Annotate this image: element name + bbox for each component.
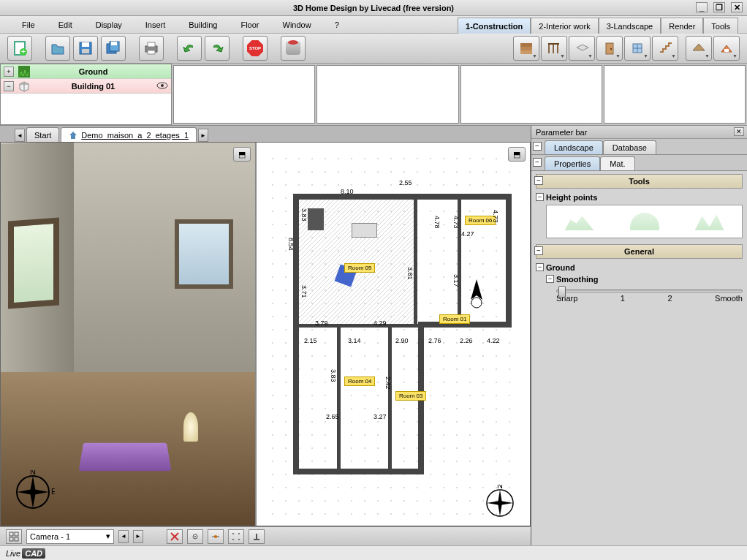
slab-tool-button[interactable]: ▼ bbox=[569, 36, 595, 61]
view-split: ⬒ NE ⬒ bbox=[0, 142, 531, 526]
collapse-building-button[interactable]: − bbox=[4, 81, 14, 91]
slider-thumb[interactable] bbox=[558, 286, 566, 298]
door-tool-button[interactable]: ▼ bbox=[596, 36, 623, 61]
svg-rect-38 bbox=[10, 532, 13, 536]
svg-rect-12 bbox=[520, 50, 532, 54]
menu-file[interactable]: File bbox=[10, 18, 47, 31]
tab-database-param[interactable]: Database bbox=[603, 140, 656, 154]
collapse-general[interactable]: − bbox=[534, 246, 543, 255]
paint-button[interactable] bbox=[281, 36, 306, 61]
snap-perp-button[interactable] bbox=[249, 529, 265, 544]
stairs-tool-button[interactable]: ▼ bbox=[652, 36, 678, 61]
svg-point-47 bbox=[214, 535, 217, 538]
svg-rect-11 bbox=[148, 50, 155, 54]
tab-tools[interactable]: Tools bbox=[703, 18, 738, 34]
toggle-height-points[interactable]: − bbox=[536, 193, 544, 201]
room-label-04: Room 04 bbox=[344, 377, 375, 386]
layer-ground[interactable]: + Ground bbox=[1, 64, 171, 79]
view-2d[interactable]: ⬒ bbox=[257, 143, 530, 526]
menu-help[interactable]: ? bbox=[323, 18, 351, 31]
tab-construction[interactable]: 1-Construction bbox=[458, 18, 531, 34]
tab-material[interactable]: Mat. bbox=[600, 156, 634, 170]
svg-rect-39 bbox=[15, 532, 18, 536]
preview-well-1[interactable] bbox=[173, 65, 315, 124]
roof-tool-button[interactable]: ▼ bbox=[686, 36, 712, 61]
open-button[interactable] bbox=[45, 36, 70, 61]
tab-scroll-right[interactable]: ► bbox=[198, 129, 208, 142]
smoothing-slider[interactable] bbox=[556, 290, 743, 292]
svg-point-48 bbox=[232, 533, 234, 534]
wall-tool-button[interactable]: ▼ bbox=[513, 36, 539, 61]
snap-grid-button[interactable] bbox=[228, 529, 244, 544]
menu-building[interactable]: Building bbox=[177, 18, 229, 31]
terrain-profile-1[interactable] bbox=[565, 213, 594, 230]
save-all-button[interactable] bbox=[101, 36, 126, 61]
param-tabs-2: − Properties Mat. bbox=[531, 155, 747, 171]
floorplan: Room 05 Room 06 Room 01 Room 04 Room 03 … bbox=[271, 157, 519, 518]
tab-scroll-left[interactable]: ◄ bbox=[15, 129, 25, 142]
node-ground[interactable]: − Ground bbox=[536, 262, 743, 273]
visibility-icon[interactable] bbox=[156, 81, 168, 91]
minimize-button[interactable]: _ bbox=[696, 2, 708, 12]
svg-rect-5 bbox=[82, 49, 89, 53]
grid-toggle-button[interactable] bbox=[6, 529, 22, 544]
camera-select[interactable]: Camera - 1 ▾ bbox=[26, 529, 114, 544]
brand-cad: CAD bbox=[22, 548, 45, 559]
snap-midpoint-button[interactable] bbox=[208, 529, 224, 544]
param-content: Tools − − Height points General − − bbox=[531, 171, 747, 545]
tab-properties[interactable]: Properties bbox=[545, 156, 600, 170]
tab-start[interactable]: Start bbox=[26, 127, 59, 142]
save-button[interactable] bbox=[73, 36, 98, 61]
view-3d[interactable]: ⬒ NE bbox=[1, 143, 257, 526]
tab-landscape[interactable]: 3-Landscape bbox=[599, 18, 661, 34]
railing-tool-button[interactable]: ▼ bbox=[541, 36, 567, 61]
svg-point-49 bbox=[238, 533, 240, 534]
node-height-points[interactable]: − Height points bbox=[536, 192, 743, 203]
preview-well-2[interactable] bbox=[316, 65, 458, 124]
menu-window[interactable]: Window bbox=[271, 18, 323, 31]
menu-floor[interactable]: Floor bbox=[229, 18, 270, 31]
slider-track[interactable] bbox=[556, 290, 743, 292]
collapse-tools[interactable]: − bbox=[534, 176, 543, 185]
mode-tabs: 1-Construction 2-Interior work 3-Landsca… bbox=[458, 18, 738, 34]
toggle-smoothing[interactable]: − bbox=[546, 275, 554, 283]
toggle-ground[interactable]: − bbox=[536, 263, 544, 271]
expand-3d-button[interactable]: ⬒ bbox=[233, 147, 251, 162]
parameter-bar-title: Parameter bar ✕ bbox=[531, 126, 747, 139]
camera-next-button[interactable]: ► bbox=[133, 530, 143, 543]
collapse-tabs-1[interactable]: − bbox=[533, 142, 542, 151]
undo-button[interactable] bbox=[177, 36, 202, 61]
window-tool-button[interactable]: ▼ bbox=[624, 36, 651, 61]
svg-point-50 bbox=[232, 539, 234, 540]
tab-interior-work[interactable]: 2-Interior work bbox=[531, 18, 598, 34]
dormer-tool-button[interactable]: ▼ bbox=[713, 36, 740, 61]
menu-display[interactable]: Display bbox=[84, 18, 134, 31]
print-button[interactable] bbox=[139, 36, 164, 61]
terrain-profile-3[interactable] bbox=[695, 213, 724, 230]
tab-demo[interactable]: Demo_maison_a_2_etages_1 bbox=[61, 127, 197, 142]
tab-render[interactable]: Render bbox=[661, 18, 703, 34]
terrain-profile-2[interactable] bbox=[630, 213, 659, 230]
svg-rect-41 bbox=[15, 537, 18, 541]
snap-endpoint-button[interactable] bbox=[187, 529, 203, 544]
parameter-bar-close[interactable]: ✕ bbox=[734, 127, 744, 136]
camera-prev-button[interactable]: ◄ bbox=[118, 530, 129, 543]
tab-landscape-param[interactable]: Landscape bbox=[545, 140, 603, 154]
room-label-05: Room 05 bbox=[344, 263, 375, 273]
menu-edit[interactable]: Edit bbox=[47, 18, 84, 31]
layer-building[interactable]: − Building 01 bbox=[1, 79, 171, 94]
close-button[interactable]: ✕ bbox=[731, 2, 743, 12]
snap-cancel-button[interactable] bbox=[167, 529, 183, 544]
expand-ground-button[interactable]: + bbox=[4, 67, 14, 77]
toolbar: + STOP ▼ ▼ ▼ ▼ ▼ ▼ ▼ ▼ bbox=[0, 34, 747, 64]
preview-well-4[interactable] bbox=[604, 65, 746, 124]
new-file-button[interactable]: + bbox=[7, 36, 32, 61]
stop-button[interactable]: STOP bbox=[243, 36, 268, 61]
node-smoothing[interactable]: − Smoothing bbox=[546, 273, 743, 285]
menu-insert[interactable]: Insert bbox=[134, 18, 178, 31]
maximize-button[interactable]: ❐ bbox=[713, 2, 725, 12]
svg-rect-24 bbox=[724, 49, 729, 52]
collapse-tabs-2[interactable]: − bbox=[533, 158, 542, 167]
preview-well-3[interactable] bbox=[460, 65, 602, 124]
redo-button[interactable] bbox=[205, 36, 230, 61]
